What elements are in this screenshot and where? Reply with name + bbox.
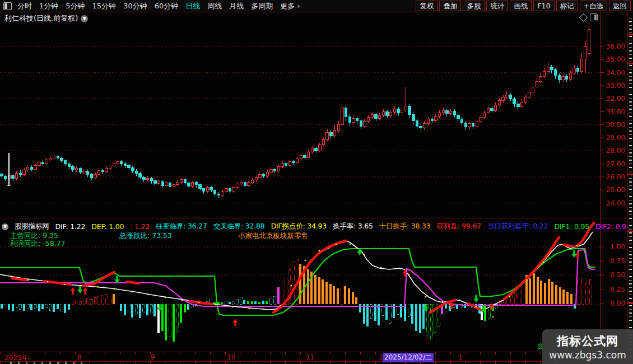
price-label: 29.00 (602, 134, 625, 142)
indicator-label-利润同比: 利润同比: -58.77 (10, 239, 65, 249)
kline-style-icon[interactable] (590, 13, 598, 21)
indicator-field-当日获利套牢: 当日获利套牢: 0.22 (487, 222, 548, 231)
period-tab-5[interactable]: 60分钟 (155, 1, 179, 11)
indicator-field-换手率: 换手率: 3.65 (333, 222, 373, 231)
price-label: 26.00 (602, 173, 625, 181)
price-label: 33.00 (602, 82, 625, 90)
price-label: 28.00 (602, 147, 625, 155)
clipped-red-mark (627, 63, 633, 64)
indicator-axis-label: 1.00 (602, 243, 625, 251)
price-label: 31.00 (602, 108, 625, 116)
date-ticks (0, 352, 601, 364)
indicator-label-总涨跌比: 总涨跌比: 73.53 (119, 231, 172, 241)
top-toolbar: 分时1分钟5分钟15分钟30分钟60分钟日线周线月线多周期更多 › 复权叠加多股… (0, 0, 633, 12)
toolbar-button-4[interactable]: 画线 (510, 1, 532, 11)
price-label: 30.00 (602, 121, 625, 129)
right-edge-clipped-panel (627, 12, 633, 364)
chart-title-row[interactable]: 利仁科技(日线.前复权) ▼ (4, 13, 88, 24)
trading-app-window: 分时1分钟5分钟15分钟30分钟60分钟日线周线月线多周期更多 › 复权叠加多股… (0, 0, 633, 364)
price-label: 35.00 (602, 55, 625, 63)
toolbar-button-3[interactable]: 统计 (486, 1, 508, 11)
toolbar-button-8[interactable]: 返回 (609, 1, 631, 11)
clipped-red-mark (627, 302, 633, 304)
indicator-field-DIF: DIF: 1.22 (55, 222, 86, 231)
chevron-down-icon[interactable]: ▼ (2, 223, 8, 230)
chart-canvas[interactable] (0, 0, 633, 364)
panel-toggle-icon[interactable] (3, 2, 12, 10)
indicator-field-DEF: DEF: 1.00 (91, 222, 124, 231)
indicator-axis-label: 0.25 (602, 286, 625, 293)
month-label: 2025年 (4, 353, 29, 363)
indicator-name: 股朋指标网 (15, 222, 49, 231)
indicator-field-DIF2: DIF2: 0.93 (595, 222, 630, 231)
page-title: 利仁科技(日线.前复权) (4, 13, 78, 24)
month-label: 10 (227, 353, 235, 361)
period-tab-9[interactable]: 多周期 (251, 1, 273, 11)
indicator-field-十日换手: 十日换手: 38.33 (379, 222, 431, 231)
indicator-field-DIF拐点价: DIF拐点价: 34.93 (271, 222, 327, 231)
indicator-axis-label: 0.50 (602, 271, 625, 279)
period-tab-3[interactable]: 15分钟 (92, 1, 117, 11)
candlestick-layer (1, 22, 590, 198)
period-tab-1[interactable]: 1分钟 (39, 1, 58, 11)
month-label: 8 (77, 353, 82, 361)
toolbar-button-6[interactable]: 标记 (556, 1, 578, 11)
indicator-axis-label: 0.00 (602, 300, 625, 307)
indicator-field-red-value: : 1.22 (130, 222, 150, 231)
sell-arrow-icon (473, 295, 479, 302)
indicator-field-柱变临界: 柱变临界: 36.27 (156, 222, 207, 231)
toolbar-right-buttons: 复权叠加多股统计画线F10标记+自选返回 (416, 1, 633, 11)
watermark-site-url: www.zbgs3.com (542, 349, 633, 361)
period-tab-10[interactable]: 更多 › (280, 1, 300, 11)
indicator-header: ▼ 股朋指标网 DIF: 1.22DEF: 1.00: 1.22柱变临界: 36… (2, 222, 631, 231)
price-label: 24.00 (602, 199, 625, 207)
price-label: 25.00 (602, 186, 625, 194)
period-tab-6[interactable]: 日线 (185, 1, 200, 11)
toolbar-button-1[interactable]: 叠加 (439, 1, 461, 11)
period-tab-8[interactable]: 月线 (229, 1, 244, 11)
indicator-label-小家电北京板块新零售: 小家电北京板块新零售 (238, 231, 308, 241)
period-tab-0[interactable]: 分时 (17, 1, 32, 11)
price-label: 36.00 (602, 43, 625, 50)
indicator-axis-label: 0.75 (602, 257, 625, 265)
price-label: 34.00 (602, 69, 625, 77)
month-label: 9 (151, 353, 155, 361)
price-label: 32.00 (602, 95, 625, 102)
toolbar-button-5[interactable]: F10 (533, 1, 554, 11)
period-tab-4[interactable]: 30分钟 (123, 1, 147, 11)
watermark: 指标公式网 www.zbgs3.com (542, 329, 633, 364)
month-label: 11 (306, 353, 314, 361)
indicator-field-交叉临界: 交叉临界: 32.88 (213, 222, 265, 231)
toolbar-button-7[interactable]: +自选 (580, 1, 607, 11)
period-tab-2[interactable]: 5分钟 (66, 1, 85, 11)
clipped-red-mark (627, 174, 633, 175)
sell-arrow-icon (77, 286, 83, 293)
month-label: 1 (458, 353, 463, 361)
indicator-field-DIF1: DIF1: 0.95 (555, 222, 589, 231)
watermark-site-name: 指标公式网 (542, 333, 633, 349)
toolbar-button-0[interactable]: 复权 (416, 1, 437, 11)
buy-arrow-icon (83, 287, 88, 295)
period-tabs: 分时1分钟5分钟15分钟30分钟60分钟日线周线月线多周期更多 › (17, 1, 308, 11)
clipped-red-mark (627, 231, 633, 232)
buy-arrow-icon (71, 287, 76, 295)
clipped-vertical-text (629, 16, 632, 357)
chevron-down-icon[interactable]: ▼ (81, 15, 88, 22)
price-label: 27.00 (602, 160, 625, 168)
selected-date-label: 2025/12/02/二 (383, 353, 434, 362)
period-tab-7[interactable]: 周线 (207, 1, 222, 11)
main-grid (0, 46, 604, 203)
sell-arrow-icon (571, 250, 577, 258)
indicator-field-获利盘: 获利盘: 99.67 (437, 222, 481, 231)
clipped-red-mark (627, 34, 633, 35)
buy-arrow-icon (233, 319, 238, 326)
toolbar-button-2[interactable]: 多股 (463, 1, 485, 11)
